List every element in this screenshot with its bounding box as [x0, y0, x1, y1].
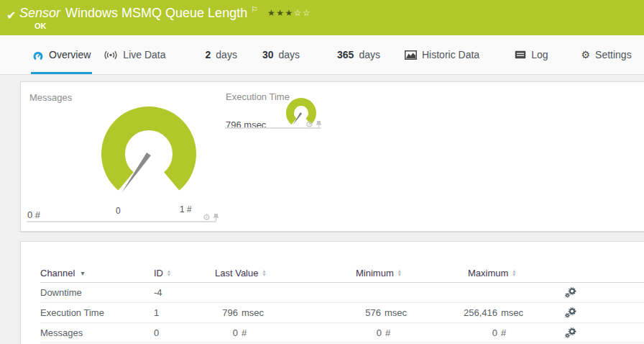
- col-header-label: ID: [154, 268, 163, 279]
- gears-icon: [565, 307, 576, 318]
- gears-icon: [565, 327, 576, 338]
- channel-id: -4: [154, 287, 209, 298]
- tab-historic-data[interactable]: Historic Data: [405, 35, 479, 74]
- tab-live-data[interactable]: Live Data: [104, 35, 165, 74]
- area-chart-icon: [405, 50, 417, 60]
- tab-overview[interactable]: Overview: [32, 35, 91, 74]
- col-header-minimum[interactable]: Minimum ▴▾: [292, 268, 407, 279]
- minimum-value: 576: [292, 307, 381, 318]
- tab-number: 30: [262, 49, 274, 60]
- gauge-underline: [27, 221, 216, 222]
- tab-settings[interactable]: ⚙ Settings: [581, 35, 631, 74]
- gauge-icon: [32, 50, 44, 60]
- table-row-messages: Messages 0 0# 0# 0#: [40, 323, 644, 343]
- channel-name[interactable]: Downtime: [40, 287, 154, 298]
- log-list-icon: [515, 50, 526, 59]
- table-header-row: Channel ▾ ID ▴▾ Last Value ▴▾ Minimum ▴▾…: [40, 263, 644, 283]
- tab-365-days[interactable]: 365 days: [337, 35, 380, 74]
- gears-icon: [565, 287, 576, 298]
- col-header-label: Channel: [40, 268, 75, 279]
- tab-2-days[interactable]: 2 days: [206, 35, 237, 74]
- object-kind-label: Sensor: [19, 6, 60, 21]
- last-value: 0: [209, 327, 238, 338]
- messages-gauge: [98, 107, 199, 204]
- tab-30-days[interactable]: 30 days: [262, 35, 300, 74]
- tab-label: Settings: [595, 49, 632, 60]
- tab-label: Overview: [49, 49, 91, 60]
- stars-filled[interactable]: ★★★: [267, 8, 294, 18]
- tab-label: days: [216, 49, 237, 60]
- channel-settings-button[interactable]: [565, 307, 644, 318]
- gauge-scale-min: 0: [116, 206, 121, 216]
- col-header-maximum[interactable]: Maximum ▴▾: [407, 268, 525, 279]
- col-header-label: Last Value: [215, 268, 258, 279]
- sort-icon: ▴▾: [262, 269, 265, 276]
- minimum-value: 0: [292, 327, 382, 338]
- live-data-icon: [104, 50, 118, 60]
- messages-current-value: 0 #: [27, 209, 40, 220]
- status-badge: OK: [34, 22, 47, 30]
- sort-icon: ▴▾: [512, 269, 515, 276]
- tab-bar: Overview Live Data 2 days 30 days 365 da…: [0, 35, 644, 75]
- page-title: Windows MSMQ Queue Length: [65, 6, 247, 21]
- flag-icon[interactable]: ⚐: [251, 5, 258, 14]
- tab-label: Log: [531, 49, 548, 60]
- col-header-last-value[interactable]: Last Value ▴▾: [209, 268, 292, 279]
- channels-table-panel: Channel ▾ ID ▴▾ Last Value ▴▾ Minimum ▴▾…: [20, 241, 644, 344]
- channel-settings-button[interactable]: [565, 287, 644, 298]
- gear-icon: ⚙: [581, 50, 590, 60]
- priority-stars[interactable]: ★★★☆☆: [267, 8, 311, 18]
- col-header-label: Maximum: [468, 268, 508, 279]
- sort-icon: ▴▾: [398, 269, 401, 276]
- channels-table: Channel ▾ ID ▴▾ Last Value ▴▾ Minimum ▴▾…: [21, 242, 644, 343]
- channel-name[interactable]: Execution Time: [40, 307, 154, 318]
- channel-id: 1: [154, 307, 209, 318]
- channel-name[interactable]: Messages: [40, 327, 154, 338]
- col-header-label: Minimum: [356, 268, 394, 279]
- sensor-status-header: ✔ Sensor Windows MSMQ Queue Length ⚐ ★★★…: [0, 0, 644, 35]
- tab-label: Live Data: [123, 49, 165, 60]
- last-value: 796: [209, 307, 238, 318]
- maximum-value: 256,416: [407, 307, 497, 318]
- sort-icon: ▴▾: [167, 269, 170, 276]
- channel-settings-button[interactable]: [565, 327, 644, 338]
- ok-check-icon: ✔: [6, 9, 16, 22]
- stars-empty[interactable]: ☆☆: [294, 8, 312, 18]
- sort-desc-icon: ▾: [80, 269, 84, 277]
- tab-number: 365: [337, 49, 354, 60]
- table-row-execution-time: Execution Time 1 796msec 576msec 256,416…: [40, 303, 644, 323]
- col-header-channel[interactable]: Channel ▾: [40, 268, 154, 279]
- tab-label: days: [359, 49, 380, 60]
- col-header-id[interactable]: ID ▴▾: [154, 268, 209, 279]
- overview-gauges-panel: Messages 0 1 # 0 # ⚙ Execution Time 796 …: [20, 81, 644, 232]
- gauge-underline: [225, 127, 321, 129]
- tab-label: days: [278, 49, 300, 60]
- table-row-downtime: Downtime -4: [40, 283, 644, 303]
- tab-number: 2: [206, 49, 211, 60]
- channel-id: 0: [154, 327, 209, 338]
- gauge-title-execution-time: Execution Time: [226, 91, 290, 102]
- tab-label: Historic Data: [422, 49, 479, 60]
- tab-log[interactable]: Log: [515, 35, 548, 74]
- maximum-value: 0: [407, 327, 497, 338]
- gauge-scale-max: 1 #: [180, 204, 192, 214]
- gauge-title-messages: Messages: [29, 92, 72, 103]
